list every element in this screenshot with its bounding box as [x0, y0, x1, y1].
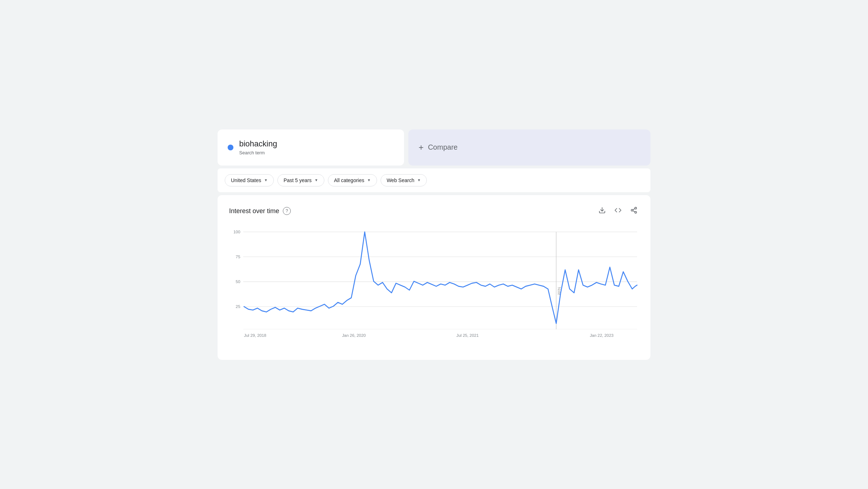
- filter-location-label: United States: [231, 177, 261, 183]
- page-container: biohacking Search term + Compare United …: [218, 129, 650, 360]
- filter-search-type-label: Web Search: [387, 177, 415, 183]
- x-label-2020: Jan 26, 2020: [342, 333, 366, 337]
- chart-actions: [597, 205, 639, 217]
- y-label-50: 50: [236, 279, 240, 284]
- y-label-100: 100: [233, 230, 240, 234]
- svg-line-4: [633, 211, 635, 212]
- embed-button[interactable]: [613, 205, 623, 217]
- compare-plus-icon: +: [418, 142, 424, 153]
- y-label-75: 75: [236, 255, 240, 259]
- filter-location-button[interactable]: United States ▼: [225, 174, 274, 186]
- filter-time-label: Past 5 years: [284, 177, 312, 183]
- chart-section: Interest over time ?: [218, 195, 650, 360]
- chart-area: 100 75 50 25 Note Jul 29, 2018 Jan 26, 2…: [229, 226, 639, 348]
- search-term-sublabel: Search term: [239, 150, 277, 155]
- filter-time-button[interactable]: Past 5 years ▼: [277, 174, 324, 186]
- search-term-label: biohacking: [239, 139, 277, 149]
- help-icon[interactable]: ?: [283, 207, 291, 215]
- compare-label: Compare: [428, 143, 457, 151]
- svg-line-5: [633, 208, 635, 210]
- chart-header: Interest over time ?: [229, 205, 639, 217]
- filter-category-button[interactable]: All categories ▼: [328, 174, 377, 186]
- compare-card[interactable]: + Compare: [408, 129, 650, 166]
- filter-search-type-button[interactable]: Web Search ▼: [381, 174, 427, 186]
- help-icon-label: ?: [286, 208, 288, 213]
- x-label-2021: Jul 25, 2021: [456, 333, 479, 337]
- x-label-2018: Jul 29, 2018: [244, 333, 266, 337]
- embed-icon: [614, 207, 622, 214]
- download-icon: [599, 207, 606, 214]
- filter-category-label: All categories: [334, 177, 364, 183]
- chevron-down-icon: ▼: [315, 178, 318, 182]
- filters-section: United States ▼ Past 5 years ▼ All categ…: [218, 168, 650, 192]
- chart-title: Interest over time: [229, 207, 279, 215]
- share-icon: [630, 207, 637, 214]
- download-button[interactable]: [597, 205, 607, 217]
- search-term-card: biohacking Search term: [218, 129, 404, 166]
- chevron-down-icon: ▼: [264, 178, 268, 182]
- chart-svg: 100 75 50 25 Note Jul 29, 2018 Jan 26, 2…: [229, 226, 639, 348]
- y-label-25: 25: [236, 304, 240, 309]
- term-color-dot: [228, 145, 233, 150]
- search-term-text: biohacking Search term: [239, 139, 277, 155]
- chart-line: [244, 232, 637, 323]
- chevron-down-icon: ▼: [417, 178, 421, 182]
- chevron-down-icon: ▼: [367, 178, 371, 182]
- x-label-2023: Jan 22, 2023: [590, 333, 614, 337]
- top-section: biohacking Search term + Compare: [218, 129, 650, 166]
- chart-title-area: Interest over time ?: [229, 207, 291, 215]
- share-button[interactable]: [629, 205, 639, 217]
